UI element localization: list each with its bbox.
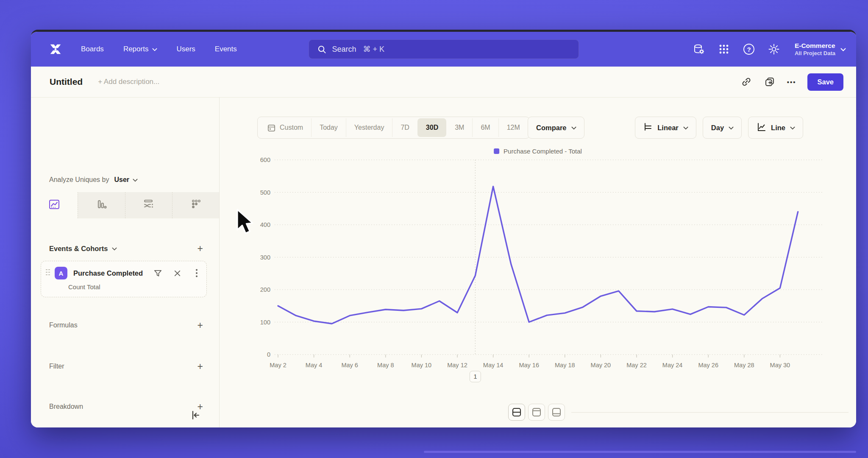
analyze-uniques-row: Analyze Uniques by User (49, 176, 137, 184)
analyze-entity-dropdown[interactable]: User (114, 176, 129, 184)
nav-item-events[interactable]: Events (215, 45, 237, 53)
chart-type-dropdown[interactable]: Line (748, 117, 803, 139)
line-chart-icon (48, 198, 61, 212)
layout-split-rows-button[interactable] (508, 404, 525, 421)
svg-text:May 8: May 8 (377, 362, 394, 369)
remove-event-icon[interactable] (172, 268, 182, 278)
svg-text:May 10: May 10 (412, 362, 432, 369)
search-shortcut: ⌘ + K (363, 45, 385, 54)
tab-flows[interactable] (125, 192, 172, 218)
report-title[interactable]: Untitled (50, 77, 83, 87)
window-bottom-highlight (424, 451, 856, 453)
range-7d[interactable]: 7D (392, 118, 417, 137)
event-name[interactable]: Purchase Completed (73, 269, 143, 277)
more-options-icon[interactable]: ••• (787, 78, 796, 86)
compare-button[interactable]: Compare (528, 117, 584, 139)
body: Analyze Uniques by User (31, 98, 856, 427)
layout-toggle-group (508, 404, 565, 421)
chevron-down-icon (133, 179, 137, 182)
tab-insights[interactable] (31, 192, 78, 218)
report-type-tabs (31, 192, 219, 218)
svg-text:May 28: May 28 (734, 362, 754, 369)
add-filter-button[interactable]: + (198, 362, 203, 371)
svg-text:May 14: May 14 (483, 362, 504, 369)
section-label: Breakdown (49, 403, 83, 411)
range-6m[interactable]: 6M (472, 118, 498, 137)
svg-text:May 18: May 18 (555, 362, 575, 369)
event-card[interactable]: A Purchase Completed (41, 261, 207, 297)
settings-gear-icon[interactable] (767, 42, 781, 56)
copy-link-icon[interactable] (740, 76, 752, 88)
search-icon (317, 45, 326, 54)
legend-swatch (494, 148, 499, 154)
nav-item-reports[interactable]: Reports (123, 45, 157, 53)
nav-item-users[interactable]: Users (176, 45, 195, 53)
mixpanel-logo-icon[interactable] (48, 42, 63, 57)
svg-text:400: 400 (260, 221, 270, 228)
section-formulas: Formulas + (49, 319, 203, 332)
svg-text:May 24: May 24 (662, 362, 683, 369)
add-formulas-button[interactable]: + (198, 321, 203, 330)
range-30d[interactable]: 30D (417, 118, 446, 137)
data-management-icon[interactable] (692, 42, 706, 56)
interval-dropdown[interactable]: Day (703, 117, 742, 139)
svg-text:1: 1 (473, 373, 477, 380)
add-event-button[interactable]: + (198, 244, 203, 254)
chevron-down-icon (840, 48, 845, 51)
chart-legend[interactable]: Purchase Completed - Total (494, 148, 582, 155)
chevron-down-icon (683, 126, 688, 129)
footer-divider (571, 412, 849, 413)
events-cohorts-label[interactable]: Events & Cohorts (49, 245, 108, 253)
line-chart[interactable]: 0100200300400500600May 2May 4May 6May 8M… (250, 156, 826, 385)
svg-text:May 6: May 6 (341, 362, 358, 369)
duplicate-icon[interactable] (764, 76, 776, 88)
range-custom[interactable]: Custom (259, 118, 311, 137)
line-type-icon (757, 122, 766, 134)
layout-panel-top-button[interactable] (528, 404, 545, 421)
svg-text:May 2: May 2 (270, 362, 287, 369)
report-header: Untitled + Add description... (31, 67, 856, 98)
date-range-control: CustomTodayYesterday7D30D3M6M12M (257, 117, 530, 139)
chevron-down-icon (790, 126, 795, 129)
svg-text:May 26: May 26 (698, 362, 718, 369)
range-3m[interactable]: 3M (446, 118, 472, 137)
range-yesterday[interactable]: Yesterday (346, 118, 392, 137)
desktop-background: BoardsReportsUsersEvents Search ⌘ + K (0, 0, 868, 458)
add-description-field[interactable]: + Add description... (98, 78, 159, 86)
svg-text:200: 200 (260, 286, 270, 293)
kebab-menu-icon[interactable] (192, 268, 201, 278)
save-button[interactable]: Save (807, 73, 843, 91)
interval-label: Day (711, 124, 724, 132)
tab-funnels[interactable] (78, 192, 125, 218)
layout-panel-bottom-button[interactable] (548, 404, 565, 421)
nav-menu: BoardsReportsUsersEvents (81, 45, 237, 53)
collapse-sidebar-icon[interactable] (189, 410, 200, 421)
header-actions: ••• Save (740, 73, 843, 91)
nav-right-cluster: ? E-Commerce All Project Data (692, 32, 845, 67)
drag-handle-icon[interactable] (45, 268, 50, 278)
apps-grid-icon[interactable] (717, 42, 731, 56)
event-metric[interactable]: Count Total (68, 283, 100, 290)
range-today[interactable]: Today (311, 118, 346, 137)
nav-item-boards[interactable]: Boards (81, 45, 104, 53)
svg-text:May 30: May 30 (770, 362, 790, 369)
range-12m[interactable]: 12M (498, 118, 528, 137)
filter-funnel-icon[interactable] (153, 268, 162, 278)
section-filter: Filter + (49, 360, 203, 373)
event-card-row: A Purchase Completed (45, 267, 201, 279)
scatter-icon (189, 198, 202, 212)
events-cohorts-header: Events & Cohorts + (49, 244, 203, 254)
legend-label: Purchase Completed - Total (504, 148, 582, 155)
chevron-down-icon (152, 48, 157, 51)
svg-text:600: 600 (260, 156, 270, 163)
search-input[interactable]: Search ⌘ + K (309, 39, 579, 59)
annotation-marker: 1 (470, 371, 481, 382)
chart-display-controls: Linear Day (635, 117, 803, 139)
scale-dropdown[interactable]: Linear (635, 117, 696, 139)
event-card-actions (153, 268, 201, 278)
tab-retention[interactable] (172, 192, 219, 218)
help-icon[interactable]: ? (742, 42, 756, 56)
calendar-icon (267, 123, 276, 132)
bar-chart-icon (95, 198, 108, 212)
workspace-switcher[interactable]: E-Commerce All Project Data (795, 42, 845, 57)
